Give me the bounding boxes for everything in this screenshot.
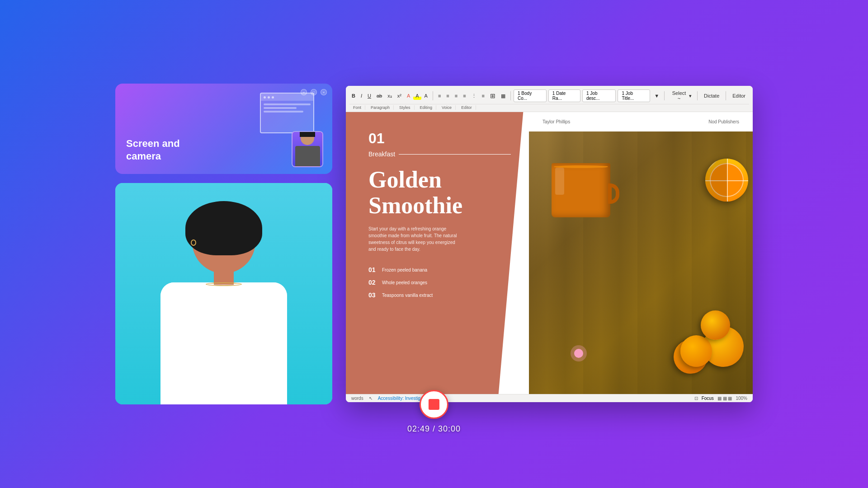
shading-button[interactable]: ▦ <box>499 92 508 100</box>
recording-timer: 02:49 / 30:00 <box>407 424 461 434</box>
smoothie-cup <box>542 145 619 217</box>
select-chevron-icon: ▾ <box>689 93 692 99</box>
editor-section-label: Editor <box>458 105 476 110</box>
separator-3 <box>664 91 665 100</box>
word-count: words <box>351 396 363 401</box>
style-job-title[interactable]: 1 Job Title... <box>618 89 650 102</box>
doc-right-header: Taylor Phillips Nod Publishers <box>529 112 753 131</box>
ingredient-text-2: Whole peeled oranges <box>382 280 427 285</box>
camera-card[interactable] <box>115 183 332 404</box>
font-color-button[interactable]: A <box>405 92 412 100</box>
editing-section-label: Editing <box>416 105 437 110</box>
separator-5 <box>726 91 726 100</box>
stop-recording-button[interactable] <box>420 390 448 419</box>
close-btn[interactable]: × <box>321 89 327 95</box>
ingredient-num-2: 02 <box>368 279 377 286</box>
smoothie-image <box>529 131 753 394</box>
strikethrough-button[interactable]: ab <box>374 92 384 100</box>
word-panel: B I U ab x₂ x² A A A ≡ ≡ ≡ ≡ ⋮ ≡ ⊞ ▦ <box>346 86 753 402</box>
ingredient-1: 01 Frozen peeled banana <box>368 266 511 273</box>
highlight-button[interactable]: A <box>413 92 421 100</box>
justify-button[interactable]: ≡ <box>461 92 468 100</box>
bold-button[interactable]: B <box>349 92 358 100</box>
ingredient-num-3: 03 <box>368 291 377 299</box>
superscript-button[interactable]: x² <box>395 92 404 100</box>
doc-ingredients-list: 01 Frozen peeled banana 02 Whole peeled … <box>368 266 511 299</box>
doc-left-section: 01 Breakfast Golden Smoothie Start your … <box>346 112 529 394</box>
flower <box>574 349 583 358</box>
editor-button[interactable]: Editor <box>729 92 749 100</box>
dictate-button[interactable]: Dictate <box>700 92 723 100</box>
doc-author: Taylor Phillips <box>542 119 570 124</box>
style-date[interactable]: 1 Date Ra... <box>548 89 580 102</box>
window-mockup <box>260 93 314 133</box>
numbering-button[interactable]: ≡ <box>480 92 487 100</box>
focus-button[interactable]: Focus <box>702 396 714 401</box>
ingredient-num-1: 01 <box>368 266 377 273</box>
ingredient-3: 03 Teaspoons vanilla extract <box>368 291 511 299</box>
voice-section-label: Voice <box>438 105 456 110</box>
doc-image-area <box>529 131 753 394</box>
align-right-button[interactable]: ≡ <box>453 92 460 100</box>
cursor-icon: ↖ <box>369 396 373 401</box>
word-toolbar: B I U ab x₂ x² A A A ≡ ≡ ≡ ≡ ⋮ ≡ ⊞ ▦ <box>346 86 753 112</box>
font-section-label: Font <box>349 105 365 110</box>
paragraph-section-label: Paragraph <box>367 105 394 110</box>
word-document: 01 Breakfast Golden Smoothie Start your … <box>346 112 753 394</box>
indent-button[interactable]: ⊞ <box>488 91 498 101</box>
camera-person-view <box>115 183 332 404</box>
style-job-desc[interactable]: 1 Job desc... <box>582 89 616 102</box>
separator-2 <box>510 91 511 100</box>
focus-icon: ⊡ <box>694 396 698 401</box>
doc-publisher: Nod Publishers <box>708 119 739 124</box>
doc-number: 01 <box>368 130 511 147</box>
styles-section-label: Styles <box>396 105 415 110</box>
recording-overlay: 02:49 / 30:00 <box>407 390 461 434</box>
person-thumbnail <box>292 131 323 167</box>
bullets-button[interactable]: ⋮ <box>469 92 479 100</box>
stop-icon <box>429 399 439 410</box>
ingredient-2: 02 Whole peeled oranges <box>368 279 511 286</box>
statusbar-right: ⊡ Focus ▦ ▦ ▦ 100% <box>694 396 747 401</box>
screen-camera-card[interactable]: − □ × <box>115 84 332 174</box>
zoom-level: 100% <box>736 396 747 401</box>
orange-half <box>705 159 748 202</box>
styles-expand-button[interactable]: ▼ <box>652 92 661 100</box>
subscript-button[interactable]: x₂ <box>385 92 394 100</box>
align-left-button[interactable]: ≡ <box>436 92 443 100</box>
style-body[interactable]: 1 Body Co... <box>514 89 547 102</box>
ingredient-text-1: Frozen peeled banana <box>382 267 427 272</box>
section-labels-row: Font Paragraph Styles Editing Voice Edit… <box>349 104 749 110</box>
separator-4 <box>697 91 698 100</box>
styles-row: 1 Body Co... 1 Date Ra... 1 Job desc... … <box>514 89 661 103</box>
person-small-image <box>292 132 322 166</box>
doc-right-section: Taylor Phillips Nod Publishers <box>529 112 753 394</box>
italic-button[interactable]: I <box>359 92 364 100</box>
align-center-button[interactable]: ≡ <box>444 92 451 100</box>
screen-camera-title: Screen and camera <box>126 137 180 163</box>
doc-description: Start your day with a refreshing orange … <box>368 225 459 253</box>
ingredient-text-3: Teaspoons vanilla extract <box>382 293 433 298</box>
toolbar-ribbon-top: B I U ab x₂ x² A A A ≡ ≡ ≡ ≡ ⋮ ≡ ⊞ ▦ <box>349 88 749 104</box>
underline-button[interactable]: U <box>365 92 373 100</box>
person-figure <box>147 197 301 404</box>
layout-view-icons: ▦ ▦ ▦ <box>717 396 732 401</box>
left-panel: − □ × <box>115 84 332 404</box>
doc-title: Golden Smoothie <box>368 167 511 218</box>
separator-1 <box>433 91 433 100</box>
font-clear-button[interactable]: A <box>422 92 430 100</box>
select-button[interactable]: Select ~ ▾ <box>667 89 694 102</box>
doc-category: Breakfast <box>368 150 511 158</box>
